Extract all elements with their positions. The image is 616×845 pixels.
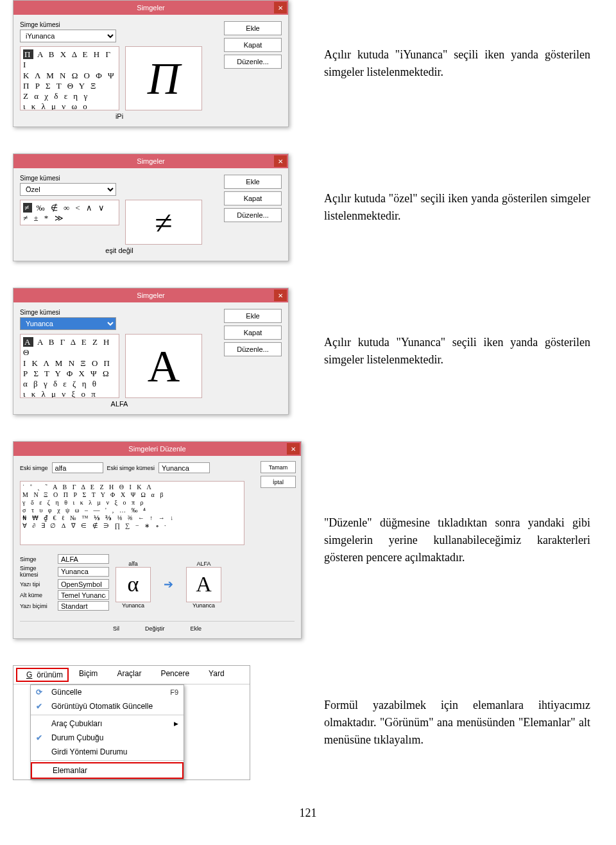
description-text: Açılır kutuda "Yunanca" seçili iken yand… <box>324 334 590 369</box>
symbol-preview: A <box>125 334 202 398</box>
menu-help[interactable]: Yard <box>200 668 233 682</box>
dialog-title: Simgeleri Düzenle <box>128 445 185 453</box>
close-icon[interactable]: ✕ <box>274 290 287 301</box>
symbol-preview: ≠ <box>125 200 202 245</box>
close-icon[interactable]: ✕ <box>274 2 287 13</box>
add-button[interactable]: Ekle <box>191 625 202 632</box>
close-button[interactable]: Kapat <box>224 191 282 205</box>
edit-symbols-dialog: Simgeleri Düzenle ✕ Eski simge Eski simg… <box>13 441 302 639</box>
submenu-arrow-icon: ▶ <box>174 720 178 727</box>
view-menu-screenshot: Görünüm Biçim Araçlar Pencere Yard ⟳Günc… <box>13 665 250 780</box>
right-preview: A <box>186 567 221 602</box>
edit-button[interactable]: Düzenle... <box>224 55 282 69</box>
prop-set-label: Simge kümesi <box>20 565 55 578</box>
left-preview-label: alfa <box>116 561 151 567</box>
preview-caption: eşit değil <box>20 247 219 254</box>
insert-button[interactable]: Ekle <box>224 21 282 35</box>
symbol-set-combo[interactable]: Özel <box>20 183 116 196</box>
symbol-set-label: Simge kümesi <box>20 21 219 28</box>
menu-view[interactable]: Görünüm <box>16 668 69 682</box>
preview-caption: ALFA <box>20 400 219 408</box>
prop-font-combo[interactable] <box>58 579 109 589</box>
dialog-titlebar: Simgeler ✕ <box>13 154 288 168</box>
refresh-icon: ⟳ <box>36 688 46 697</box>
arrow-icon: ➔ <box>164 577 173 591</box>
symbol-grid[interactable]: ≠ ‰ ∉ ∞ < ∧ ∨ ≠ ± * ≫ <box>20 200 119 225</box>
delete-button[interactable]: Sil <box>113 625 119 632</box>
symbol-set-combo[interactable]: iYunanca <box>20 30 116 42</box>
prop-symbol-label: Simge <box>20 556 55 562</box>
prop-subset-label: Alt küme <box>20 592 55 598</box>
old-set-combo[interactable] <box>158 462 210 473</box>
menu-window[interactable]: Pencere <box>151 668 198 682</box>
dialog-title: Simgeler <box>137 157 164 165</box>
symbol-grid[interactable]: Α Α Β Γ Δ Ε Ζ Η Θ Ι Κ Λ Μ Ν Ξ Ο Π Ρ Σ Τ … <box>20 334 119 398</box>
left-preview-set: Yunanca <box>116 602 151 609</box>
description-text: "Düzenle" düğmesine tıkladıktan sonra ya… <box>324 514 590 566</box>
symbol-set-combo[interactable]: Yunanca <box>20 317 116 330</box>
symbol-set-label: Simge kümesi <box>20 175 219 182</box>
cancel-button[interactable]: İptal <box>261 476 296 488</box>
prop-style-label: Yazı biçimi <box>20 603 55 609</box>
symbols-dialog-iyunanca: Simgeler ✕ Simge kümesi iYunanca Π Α Β Χ… <box>13 0 289 127</box>
right-preview-label: ALFA <box>186 561 221 567</box>
menu-format[interactable]: Biçim <box>70 668 107 682</box>
dialog-title: Simgeler <box>137 4 164 12</box>
view-dropdown: ⟳GüncelleF9 ✔Görüntüyü Otomatik Güncelle… <box>30 684 184 780</box>
close-button[interactable]: Kapat <box>224 326 282 340</box>
prop-subset-combo[interactable] <box>58 590 109 600</box>
edit-button[interactable]: Düzenle... <box>224 208 282 222</box>
modify-button[interactable]: Değiştir <box>145 625 165 632</box>
menu-item-input-status[interactable]: Girdi Yöntemi Durumu <box>31 745 184 759</box>
dialog-titlebar: Simgeler ✕ <box>13 288 288 302</box>
right-preview-set: Yunanca <box>186 602 221 609</box>
check-icon: ✔ <box>36 702 46 711</box>
old-set-label: Eski simge kümesi <box>107 465 155 471</box>
description-text: Açılır kutuda "iYunanca" seçili iken yan… <box>324 46 590 81</box>
prop-symbol-combo[interactable] <box>58 554 109 564</box>
ok-button[interactable]: Tamam <box>261 461 296 473</box>
symbols-dialog-ozel: Simgeler ✕ Simge kümesi Özel ≠ ‰ ∉ ∞ < ∧… <box>13 153 289 261</box>
menu-item-toolbars[interactable]: Araç Çubukları▶ <box>31 717 184 731</box>
symbol-set-label: Simge kümesi <box>20 309 219 316</box>
description-text: Açılır kutuda "özel" seçili iken yanda g… <box>324 190 590 225</box>
menu-separator <box>31 715 184 715</box>
dialog-titlebar: Simgeler ✕ <box>13 1 288 15</box>
symbol-preview: Π <box>125 46 202 110</box>
menu-tools[interactable]: Araçlar <box>108 668 150 682</box>
menu-item-statusbar[interactable]: ✔Durum Çubuğu <box>31 731 184 745</box>
menu-item-auto-update[interactable]: ✔Görüntüyü Otomatik Güncelle <box>31 699 184 713</box>
menu-item-update[interactable]: ⟳GüncelleF9 <box>31 685 184 699</box>
preview-caption: iPi <box>20 112 219 120</box>
prop-font-label: Yazı tipi <box>20 581 55 588</box>
symbols-dialog-yunanca: Simgeler ✕ Simge kümesi Yunanca Α Α Β Γ … <box>13 288 289 415</box>
edit-button[interactable]: Düzenle... <box>224 342 282 356</box>
prop-set-combo[interactable] <box>58 567 109 577</box>
page-number: 121 <box>13 806 603 820</box>
dialog-titlebar: Simgeleri Düzenle ✕ <box>13 442 301 456</box>
close-button[interactable]: Kapat <box>224 38 282 52</box>
insert-button[interactable]: Ekle <box>224 309 282 323</box>
left-preview: α <box>116 567 151 602</box>
dialog-title: Simgeler <box>137 292 164 299</box>
character-grid[interactable]: ˙ ˚ ˛ ˜ Α Β Γ Δ Ε Ζ Η Θ Ι Κ Λ Μ Ν Ξ Ο Π … <box>20 481 244 545</box>
menubar: Görünüm Biçim Araçlar Pencere Yard <box>13 666 250 684</box>
description-text: Formül yazabilmek için elemanlara ihtiya… <box>324 697 590 749</box>
prop-style-combo[interactable] <box>58 601 109 611</box>
check-icon: ✔ <box>36 733 46 742</box>
symbol-grid[interactable]: Π Α Β Χ Δ Ε Η Γ Ι Κ Λ Μ Ν Ω Ο Φ Ψ Π Ρ Σ … <box>20 46 119 110</box>
insert-button[interactable]: Ekle <box>224 175 282 189</box>
close-icon[interactable]: ✕ <box>274 155 287 167</box>
menu-separator <box>31 760 184 761</box>
old-symbol-label: Eski simge <box>20 465 48 471</box>
menu-item-elements[interactable]: Elemanlar <box>31 762 184 779</box>
old-symbol-combo[interactable] <box>52 462 103 473</box>
close-icon[interactable]: ✕ <box>287 443 300 455</box>
